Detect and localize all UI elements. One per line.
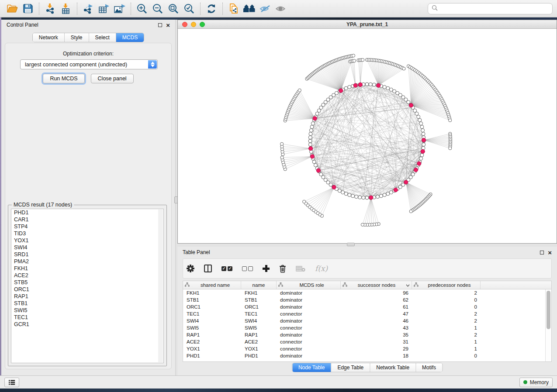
table-cell[interactable]: 2: [412, 331, 481, 338]
tab-network[interactable]: Network: [33, 33, 64, 42]
graph-node[interactable]: [348, 193, 351, 197]
tab-node-table[interactable]: Node Table: [292, 363, 331, 372]
open-file-icon[interactable]: [4, 2, 20, 16]
table-cell[interactable]: connector: [277, 338, 341, 345]
graph-node[interactable]: [449, 147, 452, 150]
column-header-name[interactable]: name: [241, 281, 277, 289]
zoom-out-icon[interactable]: [150, 2, 166, 16]
graph-node[interactable]: [409, 210, 412, 213]
graph-node[interactable]: [376, 195, 379, 199]
table-cell[interactable]: 43: [341, 324, 412, 331]
graph-hub-node-dominator[interactable]: [313, 117, 317, 120]
mcds-result-item[interactable]: TEC1: [11, 314, 163, 321]
graph-node[interactable]: [308, 139, 312, 143]
table-cell[interactable]: 0: [412, 303, 481, 310]
mcds-result-item[interactable]: FKH1: [11, 265, 163, 272]
graph-node[interactable]: [386, 192, 390, 196]
table-cell[interactable]: RAP1: [183, 331, 241, 338]
close-panel-icon[interactable]: ×: [166, 23, 170, 27]
mcds-result-item[interactable]: TID3: [11, 230, 163, 237]
graph-hub-node-dominator[interactable]: [422, 138, 426, 142]
graph-node[interactable]: [298, 89, 301, 92]
run-mcds-button[interactable]: Run MCDS: [43, 74, 84, 83]
graph-node[interactable]: [355, 195, 358, 199]
criterion-dropdown[interactable]: largest connected component (undirected): [20, 59, 158, 69]
graph-node[interactable]: [389, 88, 393, 91]
graph-node[interactable]: [419, 122, 423, 125]
graph-hub-node-dominator[interactable]: [358, 83, 362, 86]
show-columns-icon[interactable]: [204, 265, 212, 272]
column-header-MCDS-role[interactable]: MCDS role: [277, 281, 341, 289]
table-row[interactable]: RAP1RAP1dominator352: [183, 331, 545, 338]
table-cell[interactable]: 2: [412, 317, 481, 324]
network-overview-icon[interactable]: [242, 2, 257, 16]
refresh-icon[interactable]: [204, 2, 219, 16]
graph-hub-node-dominator[interactable]: [377, 83, 381, 87]
table-cell[interactable]: SWI5: [183, 324, 241, 331]
tab-style[interactable]: Style: [64, 33, 89, 42]
table-cell[interactable]: STB1: [183, 296, 241, 303]
graph-hub-node-dominator[interactable]: [369, 196, 373, 199]
table-row[interactable]: PHD1PHD1dominator180: [183, 352, 545, 359]
table-cell[interactable]: PHD1: [241, 352, 277, 359]
table-cell[interactable]: 1: [412, 345, 481, 352]
graph-node[interactable]: [309, 129, 313, 132]
graph-hub-node-dominator[interactable]: [316, 168, 320, 172]
window-close-icon[interactable]: [182, 22, 187, 27]
graph-node[interactable]: [372, 83, 376, 86]
graph-node[interactable]: [383, 193, 386, 197]
graph-hub-node-dominator[interactable]: [394, 188, 398, 192]
window-minimize-icon[interactable]: [191, 22, 196, 27]
tab-edge-table[interactable]: Edge Table: [331, 363, 370, 372]
table-row[interactable]: ACE2ACE2connector311: [183, 338, 545, 345]
graph-node[interactable]: [422, 132, 425, 136]
graph-node[interactable]: [341, 191, 345, 194]
import-network-icon[interactable]: [42, 2, 58, 16]
table-cell[interactable]: dominator: [277, 289, 341, 296]
table-row[interactable]: ORC1ORC1dominator610: [183, 303, 545, 310]
table-cell[interactable]: 29: [341, 345, 412, 352]
table-cell[interactable]: ORC1: [183, 303, 241, 310]
graph-hub-node-dominator[interactable]: [309, 147, 313, 151]
graph-node[interactable]: [383, 85, 386, 89]
mcds-result-item[interactable]: YOX1: [11, 237, 163, 244]
graph-node[interactable]: [312, 160, 316, 164]
table-row[interactable]: SWI4SWI4dominator462: [183, 317, 545, 324]
graph-node[interactable]: [389, 191, 393, 194]
graph-hub-node-dominator[interactable]: [310, 155, 314, 158]
table-cell[interactable]: connector: [277, 310, 341, 317]
hide-selected-icon[interactable]: [257, 2, 273, 16]
graph-node[interactable]: [417, 115, 420, 119]
table-cell[interactable]: ORC1: [241, 303, 277, 310]
graph-node[interactable]: [348, 85, 351, 89]
graph-node[interactable]: [369, 83, 372, 86]
zoom-selected-icon[interactable]: [181, 2, 197, 16]
table-cell[interactable]: dominator: [277, 317, 341, 324]
close-panel-button[interactable]: Close panel: [91, 74, 134, 83]
add-column-icon[interactable]: [263, 265, 270, 272]
table-cell[interactable]: 0: [412, 296, 481, 303]
network-window-titlebar[interactable]: YPA_prune.txt_1: [178, 20, 557, 29]
graph-node[interactable]: [386, 86, 390, 90]
splitter-grip[interactable]: [347, 243, 355, 246]
graph-node[interactable]: [308, 136, 312, 139]
table-cell[interactable]: dominator: [277, 296, 341, 303]
graph-node[interactable]: [421, 129, 425, 132]
mcds-result-item[interactable]: SRD1: [11, 251, 163, 258]
table-cell[interactable]: FKH1: [183, 289, 241, 296]
table-cell[interactable]: connector: [277, 345, 341, 352]
table-cell[interactable]: FKH1: [241, 289, 277, 296]
graph-node[interactable]: [365, 83, 369, 86]
table-cell[interactable]: 2: [412, 289, 481, 296]
graph-hub-node-dominator[interactable]: [339, 89, 343, 93]
table-settings-icon[interactable]: [187, 265, 194, 272]
graph-node[interactable]: [310, 125, 314, 129]
table-cell[interactable]: RAP1: [241, 331, 277, 338]
graph-hub-node-dominator[interactable]: [332, 185, 336, 189]
mcds-result-item[interactable]: ORC1: [11, 286, 163, 293]
table-row[interactable]: STB1STB1dominator620: [183, 296, 545, 303]
table-cell[interactable]: 96: [341, 289, 412, 296]
table-scrollbar[interactable]: [545, 289, 551, 361]
mcds-result-list[interactable]: PHD1CAR1STP4TID3YOX1SWI4SRD1PMA2FKH1ACE2…: [11, 209, 164, 363]
table-cell[interactable]: connector: [277, 324, 341, 331]
